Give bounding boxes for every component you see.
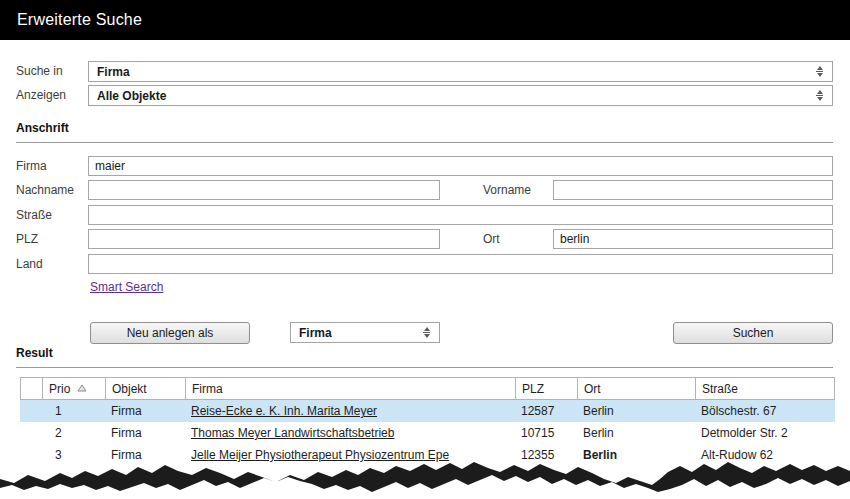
strasse-field[interactable] [88, 205, 833, 225]
column-header-plz[interactable]: PLZ [516, 378, 578, 399]
torn-edge [0, 455, 850, 499]
page-title: Erweiterte Suche [17, 11, 142, 29]
strasse-cell: Detmolder Str. 2 [695, 426, 835, 440]
column-header-empty[interactable] [21, 378, 43, 399]
sort-ascending-icon [77, 384, 87, 392]
land-label: Land [16, 254, 43, 275]
prio-cell: 2 [42, 426, 105, 440]
suche-in-value: Firma [97, 65, 130, 79]
prio-cell: 1 [42, 404, 105, 418]
suche-in-label: Suche in [16, 61, 63, 82]
smart-search-link[interactable]: Smart Search [90, 280, 163, 294]
neu-anlegen-type-value: Firma [299, 326, 332, 340]
result-section-title: Result [16, 346, 833, 368]
ort-field[interactable] [553, 229, 833, 249]
column-header-strasse[interactable]: Straße [696, 378, 834, 399]
column-header-ort[interactable]: Ort [578, 378, 696, 399]
neu-anlegen-als-button[interactable]: Neu anlegen als [90, 322, 250, 344]
suchen-button[interactable]: Suchen [673, 322, 833, 344]
strasse-cell: Bölschestr. 67 [695, 404, 835, 418]
plz-label: PLZ [16, 229, 38, 250]
ort-label: Ort [483, 229, 500, 250]
erweiterte-suche-window: Erweiterte Suche Suche in Firma Anzeigen… [0, 0, 850, 499]
firma-field[interactable] [88, 156, 833, 176]
suche-in-select[interactable]: Firma [88, 61, 833, 82]
column-header-prio-label: Prio [49, 382, 70, 396]
neu-anlegen-type-select[interactable]: Firma [290, 322, 440, 343]
firma-cell: Thomas Meyer Landwirtschaftsbetrieb [185, 426, 515, 440]
table-row[interactable]: 2 Firma Thomas Meyer Landwirtschaftsbetr… [20, 422, 835, 444]
ort-cell: Berlin [577, 426, 695, 440]
result-table-header: Prio Objekt Firma PLZ Ort Straße [20, 377, 835, 400]
land-field[interactable] [88, 254, 833, 274]
window-titlebar: Erweiterte Suche [0, 0, 850, 40]
ort-cell: Berlin [577, 404, 695, 418]
firma-record-link[interactable]: Reise-Ecke e. K. Inh. Marita Meyer [191, 404, 377, 418]
dropdown-updown-icon [816, 66, 823, 77]
table-row[interactable]: 1 Firma Reise-Ecke e. K. Inh. Marita Mey… [20, 400, 835, 422]
anzeigen-value: Alle Objekte [97, 89, 166, 103]
vorname-field[interactable] [553, 180, 833, 200]
plz-field[interactable] [88, 229, 440, 249]
firma-record-link[interactable]: Thomas Meyer Landwirtschaftsbetrieb [191, 426, 394, 440]
strasse-label: Straße [16, 205, 52, 226]
anschrift-section-title: Anschrift [16, 121, 833, 143]
firma-label: Firma [16, 156, 47, 177]
objekt-cell: Firma [105, 404, 185, 418]
nachname-label: Nachname [16, 180, 74, 201]
firma-cell: Reise-Ecke e. K. Inh. Marita Meyer [185, 404, 515, 418]
objekt-cell: Firma [105, 426, 185, 440]
nachname-field[interactable] [88, 180, 440, 200]
plz-cell: 12587 [515, 404, 577, 418]
dropdown-updown-icon [423, 327, 430, 338]
result-table: Prio Objekt Firma PLZ Ort Straße 1 Firma… [20, 377, 835, 466]
dropdown-updown-icon [816, 90, 823, 101]
column-header-prio[interactable]: Prio [43, 378, 106, 399]
anzeigen-label: Anzeigen [16, 85, 66, 106]
column-header-objekt[interactable]: Objekt [106, 378, 186, 399]
plz-cell: 10715 [515, 426, 577, 440]
anzeigen-select[interactable]: Alle Objekte [88, 85, 833, 106]
column-header-firma[interactable]: Firma [186, 378, 516, 399]
vorname-label: Vorname [483, 180, 531, 201]
